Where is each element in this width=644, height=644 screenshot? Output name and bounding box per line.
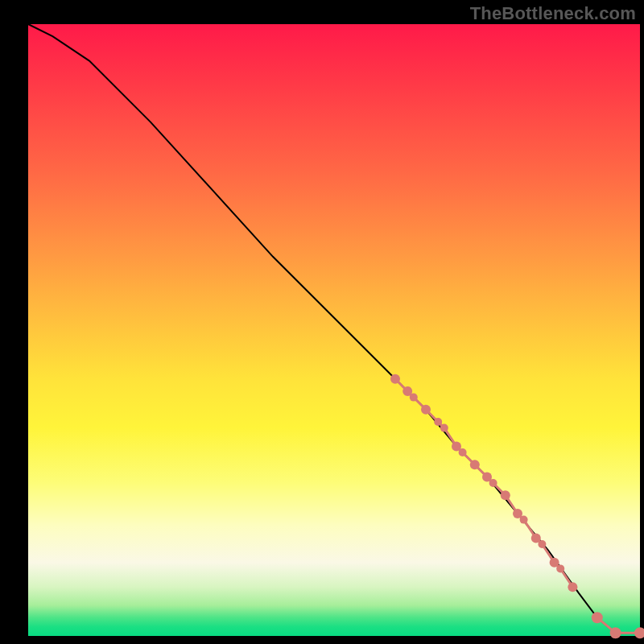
chart-svg <box>28 24 640 636</box>
bead-marker <box>489 479 497 487</box>
watermark-text: TheBottleneck.com <box>470 3 636 24</box>
bead-marker <box>421 405 431 415</box>
plot-area <box>28 24 640 636</box>
bead-marker <box>440 424 448 432</box>
curve-line <box>28 24 640 633</box>
bead-marker <box>520 516 528 524</box>
bead-marker <box>470 460 480 469</box>
bead-markers <box>390 374 644 638</box>
bead-marker <box>459 448 467 456</box>
chart-frame: TheBottleneck.com <box>0 0 644 644</box>
bead-marker <box>610 627 621 638</box>
bead-marker <box>556 564 564 572</box>
bead-marker <box>410 394 418 402</box>
bead-marker <box>501 490 510 500</box>
bead-marker <box>592 612 603 623</box>
bead-marker <box>538 540 546 548</box>
bead-marker <box>390 374 400 384</box>
bead-marker <box>568 582 577 592</box>
bead-marker <box>434 418 442 426</box>
bead-marker <box>634 627 644 638</box>
